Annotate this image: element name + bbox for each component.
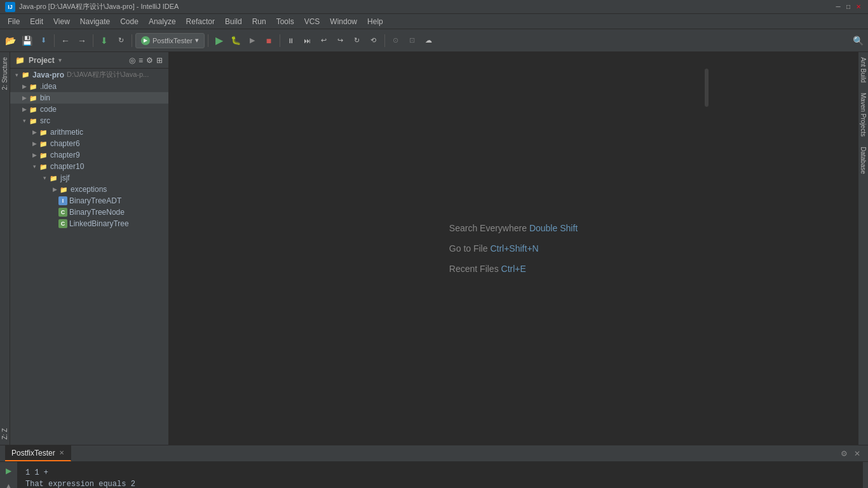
project-title: Project — [29, 56, 55, 65]
toolbar-save-btn[interactable]: 💾 — [19, 33, 34, 48]
tree-root-node[interactable]: ▾ 📁 Java-pro D:\JAVA程序设计\Java-p... — [10, 69, 168, 81]
menu-view[interactable]: View — [48, 14, 75, 29]
hint-goto: Go to File Ctrl+Shift+N — [449, 243, 539, 254]
toolbar-forward-btn[interactable]: → — [74, 33, 90, 48]
menu-file[interactable]: File — [3, 14, 25, 29]
run-panel: PostfixTester ✕ ⚙ ✕ ▶ ▲ ▼ ■ ⏸ ↕ ⚙ ⊞ 🗑 1 … — [0, 445, 868, 488]
window-title: Java-pro [D:\JAVA程序设计\Java-pro] - Intell… — [19, 2, 179, 11]
search-everywhere-label: Search Everywhere — [449, 223, 527, 233]
tree-item-chapter6[interactable]: ▶ 📁 chapter6 — [10, 138, 168, 149]
toolbar-btn-extra3[interactable]: ↩ — [316, 33, 332, 48]
binarytreenode-icon: C — [58, 208, 67, 217]
right-tab-ant[interactable]: Ant Build — [858, 52, 868, 88]
output-line-2: That expression equals 2 — [25, 478, 855, 488]
binarytreenode-label: BinaryTreeNode — [69, 208, 125, 217]
toolbar: 📂 💾 ⬇ ← → ⬇ ↻ ▶ PostfixTester ▾ ▶ 🐛 ▶ ■ … — [0, 29, 868, 52]
toolbar-build-btn[interactable]: ⬇ — [97, 33, 112, 48]
run-again-btn[interactable]: ▶ — [3, 464, 15, 477]
run-panel-body: ▶ ▲ ▼ ■ ⏸ ↕ ⚙ ⊞ 🗑 1 1 + That expression … — [0, 462, 868, 488]
toolbar-btn-extra1[interactable]: ⏸ — [283, 33, 299, 48]
bin-label: bin — [40, 93, 50, 102]
exceptions-folder-icon: 📁 — [58, 185, 69, 194]
toolbar-back-btn[interactable]: ← — [58, 33, 73, 48]
right-tab-maven[interactable]: Maven Projects — [858, 88, 868, 142]
menu-analyze[interactable]: Analyze — [144, 14, 181, 29]
output-line-0: 1 1 + — [25, 467, 855, 478]
tree-item-binarytreenode[interactable]: ▶ C BinaryTreeNode — [10, 207, 168, 218]
toolbar-btn-extra5[interactable]: ↻ — [349, 33, 365, 48]
run-tab-label: PostfixTester — [11, 449, 55, 458]
menu-run[interactable]: Run — [247, 14, 271, 29]
toolbar-sep4 — [208, 34, 208, 47]
toolbar-btn-extra7[interactable]: ⊙ — [388, 33, 403, 48]
toolbar-open-btn[interactable]: 📂 — [3, 33, 18, 48]
toolbar-sep6 — [384, 34, 385, 47]
editor-hints: Search Everywhere Double Shift Go to Fil… — [449, 223, 578, 274]
menu-refactor[interactable]: Refactor — [181, 14, 220, 29]
run-config-selector[interactable]: ▶ PostfixTester ▾ — [135, 33, 205, 48]
collapse-icon[interactable]: ≡ — [138, 55, 144, 65]
goto-file-shortcut: Ctrl+Shift+N — [490, 243, 538, 254]
root-arrow: ▾ — [13, 72, 20, 78]
run-scrollbar[interactable] — [863, 462, 868, 488]
toolbar-save-all-btn[interactable]: ⬇ — [36, 33, 51, 48]
toolbar-sep2 — [93, 34, 93, 47]
tree-item-idea[interactable]: ▶ 📁 .idea — [10, 81, 168, 92]
menu-edit[interactable]: Edit — [25, 14, 48, 29]
run-up-btn[interactable]: ▲ — [3, 480, 15, 488]
menu-code[interactable]: Code — [115, 14, 144, 29]
toolbar-btn-extra8[interactable]: ⊡ — [405, 33, 420, 48]
toolbar-btn-extra2[interactable]: ⏭ — [300, 33, 315, 48]
tree-item-binarytreeadt[interactable]: ▶ I BinaryTreeADT — [10, 195, 168, 207]
minimize-button[interactable]: ─ — [834, 3, 843, 11]
tree-item-jsjf[interactable]: ▾ 📁 jsjf — [10, 172, 168, 184]
run-panel-settings-icon[interactable]: ⚙ — [838, 448, 850, 459]
menu-window[interactable]: Window — [325, 14, 362, 29]
tree-item-exceptions[interactable]: ▶ 📁 exceptions — [10, 184, 168, 195]
project-dropdown-icon[interactable]: ▾ — [58, 57, 62, 64]
run-tab-close[interactable]: ✕ — [59, 449, 64, 456]
stop-button[interactable]: ■ — [261, 33, 276, 48]
project-panel-header: 📁 Project ▾ ◎ ≡ ⚙ ⊞ — [10, 52, 168, 69]
debug-button[interactable]: 🐛 — [228, 33, 243, 48]
title-left: IJ Java-pro [D:\JAVA程序设计\Java-pro] - Int… — [5, 2, 179, 12]
tree-item-bin[interactable]: ▶ 📁 bin — [10, 92, 168, 104]
tree-item-code[interactable]: ▶ 📁 code — [10, 104, 168, 115]
project-folder-icon: 📁 — [15, 56, 25, 65]
tree-item-src[interactable]: ▾ 📁 src — [10, 115, 168, 126]
src-folder-icon: 📁 — [28, 116, 38, 125]
menu-build[interactable]: Build — [220, 14, 247, 29]
tree-item-arithmetic[interactable]: ▶ 📁 arithmetic — [10, 126, 168, 138]
menu-help[interactable]: Help — [362, 14, 388, 29]
expand-icon[interactable]: ⊞ — [156, 55, 163, 65]
coverage-button[interactable]: ▶ — [245, 33, 260, 48]
close-button[interactable]: ✕ — [854, 3, 863, 11]
chapter6-folder-icon: 📁 — [38, 139, 48, 148]
toolbar-btn-extra4[interactable]: ↪ — [333, 33, 348, 48]
maximize-button[interactable]: □ — [844, 3, 853, 11]
menu-tools[interactable]: Tools — [271, 14, 299, 29]
toolbar-search-btn[interactable]: 🔍 — [850, 33, 865, 48]
left-tab-structure[interactable]: 2: Structure — [0, 52, 10, 95]
toolbar-btn-extra6[interactable]: ⟲ — [366, 33, 381, 48]
chapter6-label: chapter6 — [50, 139, 80, 148]
left-tab-z[interactable]: Z: Z — [0, 423, 10, 445]
tree-item-chapter10[interactable]: ▾ 📁 chapter10 — [10, 161, 168, 172]
right-tab-database[interactable]: Database — [858, 142, 868, 179]
locate-icon[interactable]: ◎ — [128, 55, 136, 65]
toolbar-sync-btn[interactable]: ↻ — [113, 33, 128, 48]
run-tab-postfixtester[interactable]: PostfixTester ✕ — [5, 445, 71, 461]
title-bar: IJ Java-pro [D:\JAVA程序设计\Java-pro] - Int… — [0, 0, 868, 14]
run-panel-close-icon[interactable]: ✕ — [851, 448, 863, 459]
menu-navigate[interactable]: Navigate — [75, 14, 115, 29]
toolbar-btn-extra9[interactable]: ☁ — [421, 33, 437, 48]
window-controls: ─ □ ✕ — [834, 3, 863, 11]
tree-item-chapter9[interactable]: ▶ 📁 chapter9 — [10, 149, 168, 161]
run-button[interactable]: ▶ — [212, 33, 227, 48]
root-path: D:\JAVA程序设计\Java-p... — [67, 70, 149, 79]
tree-item-linkedbinarytree[interactable]: ▶ C LinkedBinaryTree — [10, 218, 168, 229]
settings-icon[interactable]: ⚙ — [146, 55, 154, 65]
run-output[interactable]: 1 1 + That expression equals 2 The Expre… — [18, 462, 863, 488]
menu-vcs[interactable]: VCS — [299, 14, 325, 29]
bin-arrow: ▶ — [20, 95, 28, 101]
